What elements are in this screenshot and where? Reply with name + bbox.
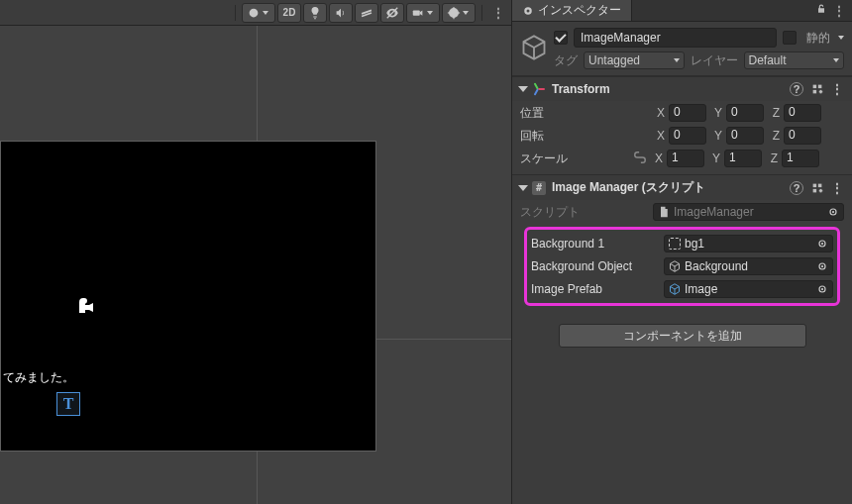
object-picker-icon[interactable] — [814, 281, 830, 297]
prop-label: Image Prefab — [531, 282, 660, 296]
prop-label: スクリプト — [520, 204, 649, 221]
help-icon[interactable]: ? — [790, 181, 803, 195]
shading-dropdown[interactable] — [242, 3, 275, 23]
svg-point-25 — [821, 265, 823, 267]
component-header[interactable]: Transform ? ⋮ — [512, 77, 852, 101]
gameobject-icon[interactable] — [520, 34, 548, 64]
scene-more-icon[interactable]: ⋮ — [492, 6, 505, 20]
inspector-more-icon[interactable]: ⋮ — [833, 4, 846, 18]
mode-2d-toggle[interactable]: 2D — [277, 3, 301, 23]
foldout-toggle[interactable] — [518, 185, 528, 191]
sprite-icon — [669, 238, 681, 250]
transform-position-row: 位置 X0 Y0 Z0 — [520, 103, 844, 123]
svg-point-27 — [821, 288, 823, 290]
visibility-toggle[interactable] — [380, 3, 404, 23]
scene-toolbar: 2D ⋮ — [0, 0, 511, 26]
highlighted-fields: Background 1 bg1 Background Object Backg… — [524, 227, 840, 306]
effects-toggle[interactable] — [355, 3, 378, 23]
static-label: 静的 — [806, 30, 830, 47]
scale-y-input[interactable]: 1 — [724, 150, 762, 167]
layer-dropdown[interactable]: Default — [744, 51, 845, 69]
layer-label: レイヤー — [691, 52, 738, 69]
script-asset-icon — [658, 206, 670, 218]
svg-point-23 — [821, 243, 823, 245]
object-picker-icon[interactable] — [814, 236, 830, 252]
scene-pane: 2D ⋮ てみました。 T — [0, 0, 512, 504]
component-title: Transform — [552, 82, 784, 96]
gameobject-name-input[interactable]: ImageManager — [574, 28, 777, 48]
rotation-z-input[interactable]: 0 — [784, 127, 821, 145]
rotation-x-input[interactable]: 0 — [669, 127, 706, 145]
script-field: ImageManager — [653, 203, 844, 221]
position-x-input[interactable]: 0 — [669, 104, 706, 122]
svg-point-9 — [527, 9, 530, 12]
lock-icon[interactable] — [815, 3, 827, 18]
svg-point-0 — [250, 8, 259, 17]
image-prefab-row: Image Prefab Image — [531, 279, 833, 299]
svg-rect-12 — [813, 90, 817, 94]
tag-label: タグ — [554, 52, 578, 69]
scale-z-input[interactable]: 1 — [782, 150, 819, 167]
scene-viewport[interactable]: てみました。 T — [0, 26, 511, 504]
background-1-field[interactable]: bg1 — [664, 235, 833, 252]
prop-label: 位置 — [520, 105, 649, 122]
transform-scale-row: スケール X1 Y1 Z1 — [520, 149, 844, 168]
script-icon: # — [532, 181, 546, 195]
separator — [235, 5, 236, 21]
separator — [481, 5, 482, 21]
svg-rect-17 — [813, 188, 817, 192]
camera-dropdown[interactable] — [406, 3, 440, 23]
svg-rect-10 — [813, 85, 817, 89]
prefab-icon — [669, 283, 681, 295]
svg-point-21 — [832, 211, 834, 213]
rotation-y-input[interactable]: 0 — [726, 127, 764, 145]
component-header[interactable]: # Image Manager (スクリプト ? ⋮ — [512, 175, 852, 200]
inspector-tab[interactable]: インスペクター — [512, 0, 632, 21]
svg-rect-15 — [813, 183, 817, 187]
component-more-icon[interactable]: ⋮ — [831, 82, 844, 96]
static-checkbox[interactable] — [783, 31, 797, 45]
active-checkbox[interactable] — [554, 31, 568, 45]
constrain-proportions-icon[interactable] — [633, 151, 647, 167]
background-object-row: Background Object Background — [531, 256, 833, 276]
preset-icon[interactable] — [809, 81, 825, 97]
static-dropdown[interactable] — [838, 36, 844, 40]
prop-label: 回転 — [520, 128, 649, 145]
gameobject-header: ImageManager 静的 タグ Untagged レイヤー Default — [512, 22, 852, 76]
background-object-field[interactable]: Background — [664, 257, 833, 275]
script-row: スクリプト ImageManager — [520, 202, 844, 222]
component-title: Image Manager (スクリプト — [552, 179, 784, 196]
audio-toggle[interactable] — [329, 3, 353, 23]
inspector-tab-label: インスペクター — [538, 2, 621, 19]
svg-rect-16 — [818, 183, 822, 187]
prop-label: スケール — [520, 151, 629, 167]
object-picker-icon[interactable] — [814, 258, 830, 274]
transform-icon — [532, 82, 546, 96]
position-z-input[interactable]: 0 — [784, 104, 821, 122]
preset-icon[interactable] — [809, 180, 825, 196]
inspector-tabbar: インスペクター ⋮ — [512, 0, 852, 22]
gameobject-ref-icon — [669, 260, 681, 272]
gizmos-dropdown[interactable] — [442, 3, 476, 23]
panel-text: てみました。 — [3, 369, 74, 386]
background-1-row: Background 1 bg1 — [531, 234, 833, 253]
lighting-toggle[interactable] — [303, 3, 327, 23]
transform-rotation-row: 回転 X0 Y0 Z0 — [520, 126, 844, 146]
add-component-button[interactable]: コンポーネントを追加 — [559, 324, 806, 348]
prop-label: Background Object — [531, 259, 660, 273]
tag-dropdown[interactable]: Untagged — [584, 51, 685, 69]
inspector: インスペクター ⋮ ImageManager 静的 タグ Un — [512, 0, 852, 504]
prop-label: Background 1 — [531, 237, 660, 251]
transform-component: Transform ? ⋮ 位置 X0 Y0 Z0 回転 X0 Y0 Z0 スケ… — [512, 76, 852, 174]
text-gizmo[interactable]: T — [56, 392, 80, 416]
foldout-toggle[interactable] — [518, 86, 528, 92]
selected-panel[interactable]: てみました。 T — [0, 141, 376, 452]
image-manager-component: # Image Manager (スクリプト ? ⋮ スクリプト ImageMa… — [512, 174, 852, 314]
svg-rect-11 — [818, 85, 822, 89]
component-more-icon[interactable]: ⋮ — [831, 181, 844, 195]
help-icon[interactable]: ? — [790, 82, 803, 96]
object-picker-icon[interactable] — [825, 204, 841, 220]
image-prefab-field[interactable]: Image — [664, 280, 833, 298]
position-y-input[interactable]: 0 — [726, 104, 764, 122]
scale-x-input[interactable]: 1 — [667, 150, 704, 167]
